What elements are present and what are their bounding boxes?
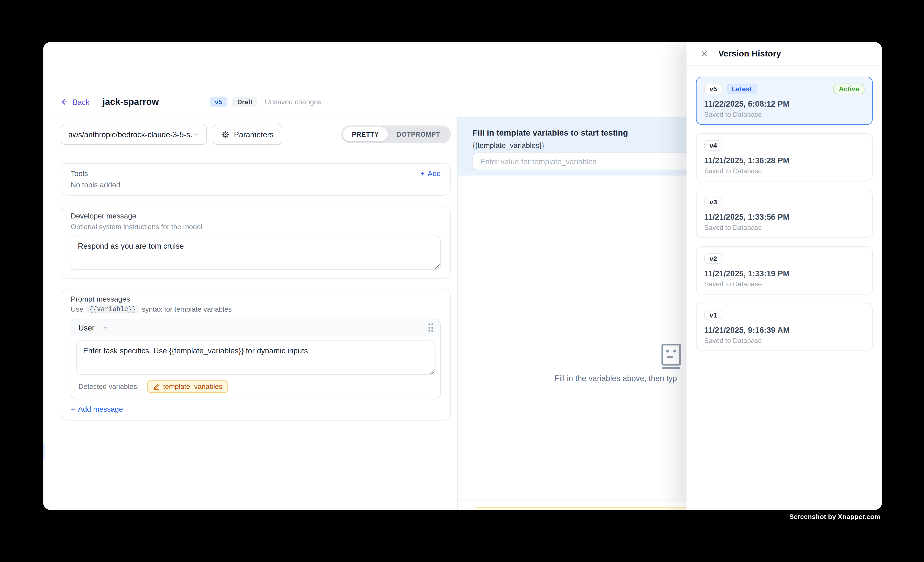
- message-header: User: [71, 319, 440, 336]
- version-card-v4[interactable]: v4 11/21/2025, 1:36:28 PM Saved to Datab…: [696, 133, 873, 181]
- tools-title: Tools: [71, 170, 88, 178]
- plus-icon: +: [71, 405, 75, 413]
- version-card-v3[interactable]: v3 11/21/2025, 1:33:56 PM Saved to Datab…: [696, 190, 873, 238]
- version-number-badge: v5: [704, 84, 722, 94]
- version-card-v1[interactable]: v1 11/21/2025, 9:16:39 AM Saved to Datab…: [696, 303, 873, 351]
- prompt-messages-title: Prompt messages: [71, 295, 441, 303]
- pencil-icon: [153, 383, 160, 390]
- developer-message-textarea[interactable]: Respond as you are tom cruise: [71, 236, 441, 270]
- message-body: Enter task specifics. Use {{template_var…: [71, 336, 440, 399]
- version-date: 11/21/2025, 1:36:28 PM: [704, 156, 864, 165]
- variable-code-chip: {{variable}}: [86, 305, 139, 313]
- role-select[interactable]: User: [78, 323, 109, 332]
- version-saved-text: Saved to Database: [704, 280, 864, 287]
- format-toggle: PRETTY DOTPROMPT: [342, 126, 451, 143]
- arrow-left-icon: [61, 98, 69, 106]
- gear-icon: [222, 130, 229, 138]
- version-saved-text: Saved to Database: [704, 167, 864, 174]
- add-message-button[interactable]: + Add message: [71, 405, 123, 413]
- version-card-v2[interactable]: v2 11/21/2025, 1:33:19 PM Saved to Datab…: [696, 246, 873, 294]
- version-date: 11/21/2025, 1:33:56 PM: [704, 212, 864, 221]
- variable-chip[interactable]: template_variables: [147, 380, 228, 393]
- active-badge: Active: [834, 84, 864, 94]
- stage: Back jack-sparrow v5 Draft Unsaved chang…: [0, 0, 924, 562]
- version-history-panel: Version History v5 Latest Active 11/22/2…: [687, 42, 882, 510]
- toggle-pretty[interactable]: PRETTY: [343, 127, 388, 141]
- back-button[interactable]: Back: [61, 97, 90, 106]
- add-message-label: Add message: [78, 405, 123, 413]
- variable-chip-label: template_variables: [163, 383, 223, 390]
- editor-column: aws/anthropic/bedrock-claude-3-5-s... Pa…: [61, 124, 451, 430]
- left-rail-indicator: [43, 443, 45, 460]
- role-select-value: User: [78, 323, 94, 332]
- version-saved-text: Saved to Database: [704, 111, 864, 118]
- template-syntax-hint: Use {{variable}} syntax for template var…: [71, 305, 441, 313]
- version-history-header: Version History: [687, 42, 882, 66]
- version-date: 11/22/2025, 6:08:12 PM: [704, 99, 864, 108]
- close-button[interactable]: [700, 49, 708, 58]
- version-badge: v5: [210, 97, 227, 107]
- version-number-badge: v3: [704, 197, 722, 208]
- developer-message-title: Developer message: [71, 212, 441, 220]
- page-title: jack-sparrow: [102, 97, 159, 107]
- message-textarea[interactable]: Enter task specifics. Use {{template_var…: [76, 341, 435, 375]
- prompt-messages-card: Prompt messages Use {{variable}} syntax …: [61, 288, 451, 420]
- app-window: Back jack-sparrow v5 Draft Unsaved chang…: [43, 42, 882, 510]
- version-saved-text: Saved to Database: [704, 224, 864, 231]
- syntax-suffix: syntax for template variables: [142, 305, 232, 313]
- tools-card: Tools + Add No tools added: [61, 163, 451, 196]
- developer-message-subtitle: Optional system instructions for the mod…: [71, 223, 441, 231]
- version-card-v5[interactable]: v5 Latest Active 11/22/2025, 6:08:12 PM …: [696, 76, 873, 125]
- plus-icon: +: [420, 170, 425, 178]
- version-number-badge: v2: [704, 253, 722, 264]
- chevron-down-icon: [193, 131, 199, 138]
- version-date: 11/21/2025, 9:16:39 AM: [704, 326, 864, 335]
- latest-badge: Latest: [726, 84, 757, 94]
- chevron-down-icon: [103, 325, 109, 330]
- detected-variables-label: Detected variables:: [78, 383, 139, 390]
- model-select-value: aws/anthropic/bedrock-claude-3-5-s...: [69, 130, 193, 139]
- left-rail: [43, 42, 45, 510]
- version-number-badge: v4: [704, 140, 722, 151]
- robot-icon: [659, 343, 683, 370]
- watermark: Screenshot by Xnapper.com: [789, 513, 880, 520]
- toggle-dotprompt[interactable]: DOTPROMPT: [388, 127, 449, 141]
- version-list: v5 Latest Active 11/22/2025, 6:08:12 PM …: [687, 66, 882, 351]
- version-saved-text: Saved to Database: [704, 337, 864, 344]
- developer-message-card: Developer message Optional system instru…: [61, 206, 451, 279]
- version-number-badge: v1: [704, 310, 722, 321]
- parameters-button[interactable]: Parameters: [213, 124, 282, 145]
- message-block: User Enter task specifics. Use {{templat…: [71, 319, 441, 399]
- model-select[interactable]: aws/anthropic/bedrock-claude-3-5-s...: [61, 124, 207, 145]
- parameters-label: Parameters: [234, 130, 274, 139]
- syntax-prefix: Use: [71, 305, 83, 313]
- drag-handle[interactable]: [428, 323, 433, 332]
- add-tool-button[interactable]: + Add: [420, 170, 441, 178]
- screenshot-viewport: Back jack-sparrow v5 Draft Unsaved chang…: [0, 0, 924, 562]
- editor-toolbar: aws/anthropic/bedrock-claude-3-5-s... Pa…: [61, 124, 451, 145]
- add-tool-label: Add: [428, 170, 441, 178]
- empty-state-text: Fill in the variables above, then typ: [555, 374, 677, 383]
- version-date: 11/21/2025, 1:33:19 PM: [704, 269, 864, 278]
- unsaved-changes-label: Unsaved changes: [265, 98, 321, 106]
- draft-badge: Draft: [232, 97, 258, 107]
- back-label: Back: [72, 97, 90, 106]
- tools-empty-text: No tools added: [71, 181, 441, 189]
- version-history-title: Version History: [718, 49, 781, 58]
